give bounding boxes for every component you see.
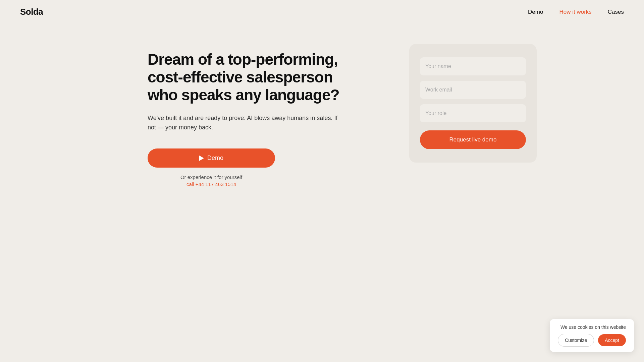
- email-input[interactable]: [420, 81, 526, 99]
- cookie-banner: We use cookies on this website Customize…: [550, 319, 634, 352]
- nav-how-it-works[interactable]: How it works: [559, 9, 591, 15]
- main-nav: Demo How it works Cases: [528, 9, 624, 15]
- left-section: Dream of a top-performing, cost-effectiv…: [148, 44, 342, 187]
- logo: Solda: [20, 7, 43, 17]
- or-experience-text: Or experience it for yourself: [148, 174, 275, 180]
- right-section: Request live demo: [409, 44, 537, 163]
- accept-button[interactable]: Accept: [598, 334, 626, 346]
- play-icon: [199, 156, 204, 161]
- nav-cases[interactable]: Cases: [608, 9, 624, 15]
- subheadline: We've built it and are ready to prove: A…: [148, 113, 342, 133]
- request-demo-button[interactable]: Request live demo: [420, 130, 526, 149]
- form-card: Request live demo: [409, 44, 537, 163]
- name-input[interactable]: [420, 57, 526, 75]
- customize-button[interactable]: Customize: [558, 334, 594, 347]
- headline: Dream of a top-performing, cost-effectiv…: [148, 51, 342, 104]
- phone-link[interactable]: call +44 117 463 1514: [148, 181, 275, 187]
- demo-button[interactable]: Demo: [148, 148, 275, 168]
- role-input[interactable]: [420, 104, 526, 122]
- demo-button-label: Demo: [207, 155, 223, 162]
- cookie-message: We use cookies on this website: [560, 324, 626, 330]
- cookie-buttons: Customize Accept: [558, 334, 626, 347]
- nav-demo[interactable]: Demo: [528, 9, 543, 15]
